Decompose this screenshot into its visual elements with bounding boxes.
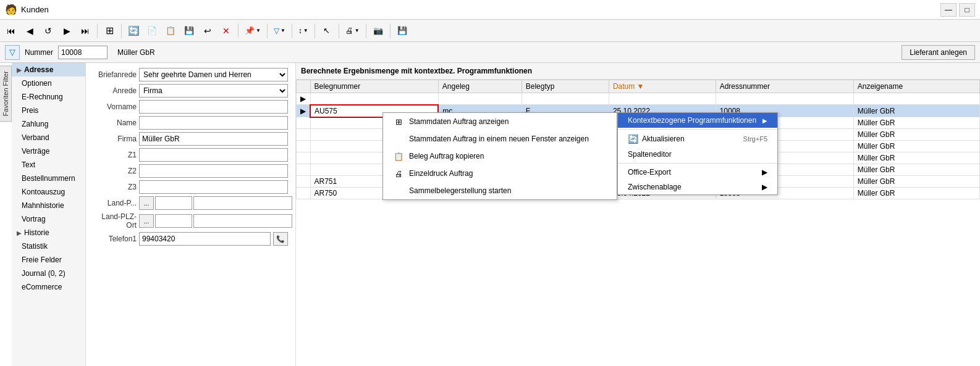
sep8 xyxy=(366,23,366,38)
col-anzeigename[interactable]: Anzeigename xyxy=(853,80,979,93)
sort-dropdown-arrow: ▼ xyxy=(303,28,308,33)
back-btn[interactable]: ◀ xyxy=(21,22,38,40)
sidebar-item-historie[interactable]: ▶ Historie xyxy=(12,226,85,239)
submenu-item-aktualisieren[interactable]: 🔄 Aktualisieren Strg+F5 xyxy=(618,131,777,147)
telefon1-input[interactable] xyxy=(139,232,271,246)
save-btn[interactable]: 💾 xyxy=(180,22,198,40)
new-doc-btn[interactable]: 📄 xyxy=(143,22,161,40)
col-belegnummer[interactable]: Belegnummer xyxy=(310,80,438,93)
sidebar-item-text[interactable]: Text xyxy=(12,158,85,172)
landplzort-row: Land-PLZ-Ort ... xyxy=(93,212,288,230)
submenu-sep2 xyxy=(618,163,777,164)
landp-btn[interactable]: ... xyxy=(139,196,154,210)
minimize-button[interactable]: — xyxy=(940,3,957,17)
photo-btn[interactable]: 📷 xyxy=(370,22,387,40)
sidebar-label-vortrag: Vortrag xyxy=(22,215,46,223)
cell-empty xyxy=(310,93,438,105)
ort2-input[interactable] xyxy=(193,214,292,228)
row-indicator-ar750 xyxy=(297,188,311,199)
sidebar-item-vertraege[interactable]: Verträge xyxy=(12,144,85,158)
sidebar-label-text: Text xyxy=(22,160,35,169)
sidebar-item-freiefelder[interactable]: Freie Felder xyxy=(12,253,85,267)
plz-input[interactable] xyxy=(155,196,192,210)
print-dropdown[interactable]: 🖨 ▼ xyxy=(342,22,363,40)
context-menu-item-beleg-copy[interactable]: 📋 Beleg Auftrag kopieren xyxy=(383,148,617,165)
sidebar-label-statistik: Statistik xyxy=(22,242,48,251)
sidebar-item-bestellnummern[interactable]: Bestellnummern xyxy=(12,172,85,185)
pin-dropdown[interactable]: 📌 ▼ xyxy=(242,22,264,40)
z1-input[interactable] xyxy=(139,148,288,162)
delete-btn[interactable]: ✕ xyxy=(218,22,235,40)
grid-header-row: Belegnummer Angeleg Belegtyp Datum ▼ Adr… xyxy=(297,80,980,93)
favoriten-filter-tab[interactable]: Favoriten Filter xyxy=(0,65,12,122)
firma-input[interactable] xyxy=(139,132,288,146)
col-datum[interactable]: Datum ▼ xyxy=(609,80,716,93)
last-btn[interactable]: ⏭ xyxy=(77,22,94,40)
filter-dropdown[interactable]: ▽ ▼ xyxy=(271,22,289,40)
context-menu-item-stammdaten[interactable]: ⊞ Stammdaten Auftrag anzeigen xyxy=(383,113,617,130)
ort-input[interactable] xyxy=(193,196,292,210)
filter-toggle-btn[interactable]: ▽ xyxy=(5,45,20,60)
first-btn[interactable]: ⏮ xyxy=(2,22,20,40)
submenu-item-spalteneditor[interactable]: Spalteneditor xyxy=(618,147,777,162)
briefanrede-select[interactable]: Sehr geehrte Damen und Herren xyxy=(139,68,288,81)
telefon1-action-btn[interactable]: 📞 xyxy=(273,232,288,246)
context-menu-item-stammdaten-new[interactable]: Stammdaten Auftrag in einem neuen Fenste… xyxy=(383,130,617,148)
forward-btn[interactable]: ▶ xyxy=(58,22,75,40)
results-title: Berechnete Ergebnismenge mit kontextbez.… xyxy=(296,63,980,80)
landplzort-btn[interactable]: ... xyxy=(139,214,154,228)
sidebar-item-optionen[interactable]: Optionen xyxy=(12,77,85,90)
disk-btn[interactable]: 💾 xyxy=(394,22,411,40)
anrede-select[interactable]: Firma xyxy=(139,84,288,98)
submenu-item-office-export[interactable]: Office-Export ▶ xyxy=(618,165,777,180)
landp-label: Land-P... xyxy=(93,199,137,207)
nummer-input[interactable] xyxy=(58,46,108,59)
refresh-icon-small: 🔄 xyxy=(628,134,638,144)
sort-dropdown[interactable]: ↕ ▼ xyxy=(295,22,311,40)
sidebar-item-ecommerce[interactable]: eCommerce xyxy=(12,280,85,294)
sidebar-item-journal[interactable]: Journal (0, 2) xyxy=(12,267,85,280)
col-belegtyp[interactable]: Belegtyp xyxy=(522,80,609,93)
z2-input[interactable] xyxy=(139,164,288,178)
vorname-input[interactable] xyxy=(139,100,288,114)
col-angelegt[interactable]: Angeleg xyxy=(438,80,522,93)
name-label: Name xyxy=(93,119,137,127)
sidebar-item-kontoauszug[interactable]: Kontoauszug xyxy=(12,185,85,199)
context-menu-item-einzeldruck[interactable]: 🖨 Einzeldruck Auftrag xyxy=(383,165,617,182)
sidebar-item-preis[interactable]: Preis xyxy=(12,104,85,117)
submenu: Kontextbezogene Programmfunktionen ▶ 🔄 A… xyxy=(617,112,778,195)
context-menu-item-sammel[interactable]: Sammelbelegerstellung starten xyxy=(383,182,617,199)
sidebar-item-statistik[interactable]: Statistik xyxy=(12,239,85,253)
sidebar-item-mahnhistorie[interactable]: Mahnhistorie xyxy=(12,199,85,212)
table-btn[interactable]: ⊞ xyxy=(101,22,118,40)
print-icon: 🖨 xyxy=(393,168,404,179)
plz2-input[interactable] xyxy=(155,214,192,228)
sidebar-item-erechnung[interactable]: E-Rechnung xyxy=(12,90,85,104)
sidebar-label-ecommerce: eCommerce xyxy=(22,283,62,291)
undo-btn[interactable]: ↩ xyxy=(199,22,216,40)
z3-input[interactable] xyxy=(139,180,288,194)
sep5 xyxy=(292,23,292,38)
historie-arrow-icon: ▶ xyxy=(17,230,22,236)
lieferant-anlegen-button[interactable]: Lieferant anlegen xyxy=(902,45,975,60)
copy-icon: 📋 xyxy=(393,151,404,162)
refresh-btn[interactable]: 🔄 xyxy=(125,22,142,40)
sep4 xyxy=(267,23,268,38)
maximize-button[interactable]: □ xyxy=(959,3,975,17)
sidebar-item-vortrag[interactable]: Vortrag xyxy=(12,212,85,226)
sidebar-item-verband[interactable]: Verband xyxy=(12,131,85,144)
submenu-sep1 xyxy=(618,129,777,130)
results-panel: Berechnete Ergebnismenge mit kontextbez.… xyxy=(296,63,980,366)
cursor-btn[interactable]: ↖ xyxy=(318,22,336,40)
sidebar-item-zahlung[interactable]: Zahlung xyxy=(12,117,85,131)
name-input[interactable] xyxy=(139,116,288,130)
col-adressnummer[interactable]: Adressnummer xyxy=(716,80,853,93)
refresh-back-btn[interactable]: ↺ xyxy=(40,22,57,40)
submenu-header-item[interactable]: Kontextbezogene Programmfunktionen ▶ xyxy=(618,113,777,128)
submenu-item-zwischenablage[interactable]: Zwischenablage ▶ xyxy=(618,180,777,194)
copy-btn[interactable]: 📋 xyxy=(162,22,179,40)
telefon1-row: Telefon1 📞 xyxy=(93,232,288,246)
z2-row: Z2 xyxy=(93,164,288,178)
sidebar-item-adresse[interactable]: ▶ Adresse xyxy=(12,63,85,77)
row-indicator-5 xyxy=(297,152,311,164)
